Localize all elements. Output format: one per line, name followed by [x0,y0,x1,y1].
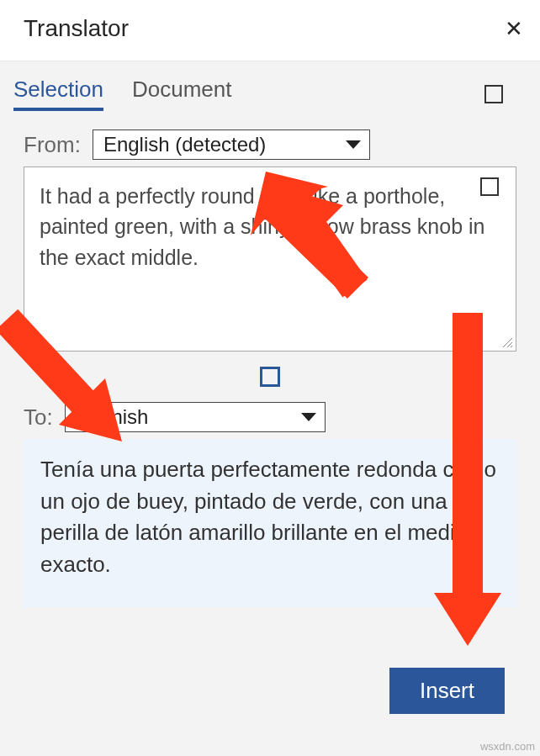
target-text-box: Tenía una puerta perfectamente redonda c… [24,439,516,607]
insert-button[interactable]: Insert [389,668,505,714]
tab-document[interactable]: Document [132,77,232,111]
to-label: To: [24,404,53,431]
clear-source-icon[interactable] [480,177,499,196]
translator-panel: Translator ✕ Selection Document From: En… [0,0,540,756]
target-text: Tenía una puerta perfectamente redonda c… [40,457,496,577]
from-label: From: [24,132,81,158]
from-language-value: English (detected) [103,133,266,156]
watermark-text: wsxdn.com [480,740,535,753]
tabs: Selection Document [13,77,231,111]
source-text: It had a perfectly round door like a por… [40,184,484,269]
svg-line-0 [503,338,512,347]
to-language-select[interactable]: Spanish [65,402,326,432]
expand-icon[interactable] [484,85,503,103]
panel-header: Translator ✕ [0,0,540,61]
tab-selection[interactable]: Selection [13,77,103,111]
resize-handle-icon[interactable] [501,336,513,348]
to-row: To: Spanish [24,402,516,432]
chevron-down-icon [346,140,361,149]
panel-title: Translator [24,15,129,42]
content: From: English (detected) It had a perfec… [0,118,540,607]
tabs-row: Selection Document [0,61,540,118]
chevron-down-icon [301,413,316,421]
svg-line-2 [511,346,512,347]
swap-languages-icon[interactable] [260,367,280,387]
to-language-value: Spanish [76,405,149,429]
source-text-box[interactable]: It had a perfectly round door like a por… [24,167,516,352]
from-language-select[interactable]: English (detected) [93,130,370,160]
close-icon[interactable]: ✕ [505,18,523,40]
from-row: From: English (detected) [24,130,516,160]
